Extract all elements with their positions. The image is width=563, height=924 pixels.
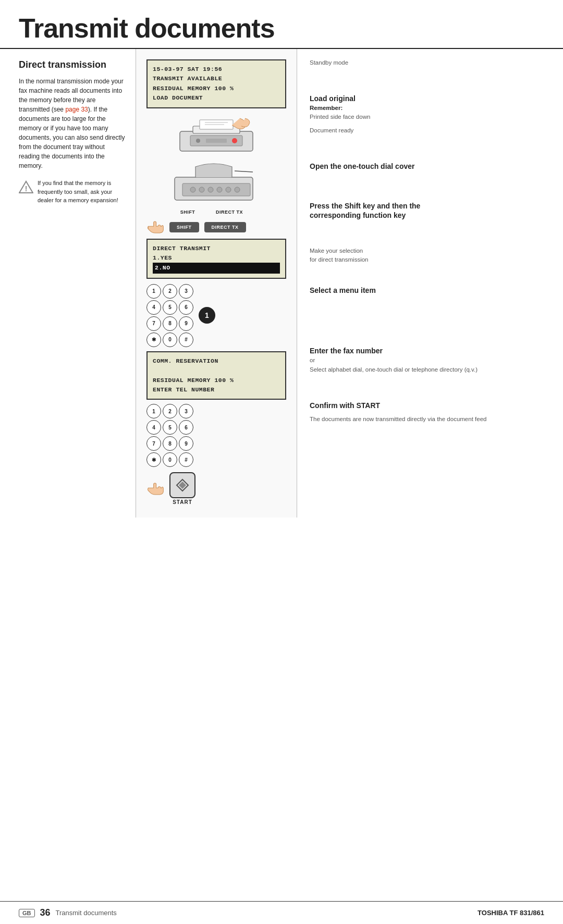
key-3[interactable]: 3 — [179, 284, 193, 299]
key-0[interactable]: 0 — [163, 332, 177, 347]
start-button[interactable] — [169, 472, 195, 498]
body-text: In the normal transmission mode your fax… — [19, 77, 125, 170]
load-document-illustration — [146, 116, 286, 156]
key-5[interactable]: 5 — [163, 300, 177, 315]
key2-7[interactable]: 7 — [146, 436, 161, 451]
comm-line4: ENTER TEL NUMBER — [153, 385, 280, 395]
shift-key-label: SHIFT — [169, 210, 206, 215]
step-press-shift-line1: Press the Shift key and then the — [310, 202, 550, 210]
start-icon — [176, 478, 189, 492]
key-8[interactable]: 8 — [163, 316, 177, 331]
svg-point-15 — [208, 187, 213, 192]
footer: GB 36 Transmit documents TOSHIBA TF 831/… — [0, 901, 563, 924]
key-star[interactable]: ✱ — [146, 332, 161, 347]
key-9[interactable]: 9 — [179, 316, 193, 331]
svg-point-8 — [196, 139, 200, 143]
keys-labels-row: SHIFT DIRECT TX — [169, 210, 286, 215]
function-keys-row: SHIFT DIRECT TX — [146, 220, 286, 235]
step-enter-fax-title: Enter the fax number — [310, 347, 550, 355]
dial-cover-svg — [164, 162, 268, 204]
step-load-title: Load original — [310, 94, 550, 103]
step-open-dial-title: Open the one-touch dial cover — [310, 162, 550, 170]
warning-box: ! If you find that the memory is frequen… — [19, 179, 125, 205]
svg-point-16 — [217, 187, 222, 192]
step-select-menu-title: Select a menu item — [310, 286, 550, 294]
key2-star[interactable]: ✱ — [146, 452, 161, 467]
step-transmitted: The documents are now transmitted direct… — [310, 415, 550, 424]
direct-tx-key-button[interactable]: DIRECT TX — [204, 222, 246, 232]
right-column: Standby mode Load original Remember: Pri… — [297, 49, 563, 518]
display-line4: LOAD DOCUMENT — [153, 93, 280, 103]
direct-transmit-screen: DIRECT TRANSMIT 1.YES 2.NO — [146, 239, 286, 279]
comm-line2 — [153, 366, 280, 375]
step-load-face-down: Printed side face down — [310, 113, 550, 121]
key2-6[interactable]: 6 — [179, 420, 193, 435]
numpad-area-2: 1 2 3 4 5 6 7 8 9 ✱ 0 # — [146, 404, 286, 467]
key-hash[interactable]: # — [179, 332, 193, 347]
shift-key-button[interactable]: SHIFT — [169, 222, 199, 232]
key2-4[interactable]: 4 — [146, 420, 161, 435]
display-line1: 15-03-97 SAT 19:56 — [153, 65, 280, 74]
svg-point-14 — [199, 187, 204, 192]
footer-brand: TOSHIBA TF 831/861 — [478, 909, 544, 917]
load-doc-svg — [164, 116, 268, 156]
country-badge: GB — [19, 909, 35, 917]
key2-2[interactable]: 2 — [163, 404, 177, 418]
center-column: 15-03-97 SAT 19:56 TRANSMIT AVAILABLE RE… — [136, 49, 297, 518]
key-4[interactable]: 4 — [146, 300, 161, 315]
hand-pointing-icon-2 — [146, 482, 164, 496]
display-line3: RESIDUAL MEMORY 100 % — [153, 84, 280, 93]
key2-5[interactable]: 5 — [163, 420, 177, 435]
step-enter-fax: Enter the fax number or Select alphabet … — [310, 347, 550, 374]
left-column: Direct transmission In the normal transm… — [0, 49, 136, 518]
comm-line1: COMM. RESERVATION — [153, 356, 280, 366]
comm-line3: RESIDUAL MEMORY 100 % — [153, 376, 280, 385]
key2-9[interactable]: 9 — [179, 436, 193, 451]
step-press-shift: Press the Shift key and then the corresp… — [310, 202, 550, 219]
numpad-area: 1 2 3 4 5 6 7 8 9 ✱ 0 # 1 — [146, 284, 286, 347]
key2-0[interactable]: 0 — [163, 452, 177, 467]
page-link[interactable]: page 33 — [65, 106, 88, 113]
svg-point-13 — [190, 187, 195, 192]
step-make-sel-line1: Make your selection — [310, 247, 550, 255]
start-area: START — [146, 472, 286, 505]
key2-3[interactable]: 3 — [179, 404, 193, 418]
step-load-original: Load original Remember: Printed side fac… — [310, 94, 550, 135]
svg-text:!: ! — [25, 184, 28, 193]
step-confirm-start: Confirm with START The documents are now… — [310, 401, 550, 424]
direct-tx-key-label: DIRECT TX — [211, 210, 248, 215]
warning-icon: ! — [19, 180, 33, 194]
start-label: START — [173, 499, 192, 505]
svg-rect-9 — [206, 139, 227, 143]
svg-point-17 — [226, 187, 231, 192]
key-2[interactable]: 2 — [163, 284, 177, 299]
svg-line-19 — [235, 171, 253, 172]
display-line2: TRANSMIT AVAILABLE — [153, 74, 280, 83]
comm-reservation-screen: COMM. RESERVATION RESIDUAL MEMORY 100 % … — [146, 351, 286, 400]
key2-8[interactable]: 8 — [163, 436, 177, 451]
step-press-shift-line2: corresponding function key — [310, 211, 550, 219]
step-standby: Standby mode — [310, 59, 550, 66]
selected-key-1[interactable]: 1 — [199, 307, 215, 324]
svg-point-10 — [232, 138, 237, 143]
step-make-selection: Make your selection for direct transmiss… — [310, 247, 550, 265]
numpad: 1 2 3 4 5 6 7 8 9 ✱ 0 # — [146, 284, 193, 347]
footer-section-title: Transmit documents — [56, 909, 117, 917]
step-open-dial-cover: Open the one-touch dial cover — [310, 162, 550, 170]
svg-point-18 — [235, 187, 240, 192]
key-7[interactable]: 7 — [146, 316, 161, 331]
section-title: Direct transmission — [19, 59, 125, 70]
step-select-menu: Select a menu item — [310, 286, 550, 294]
step-standby-label: Standby mode — [310, 59, 550, 66]
key2-hash[interactable]: # — [179, 452, 193, 467]
body-text-part2: ). If the documents are too large for th… — [19, 106, 125, 169]
step-enter-or: or — [310, 356, 550, 365]
step-load-remember: Remember: — [310, 104, 550, 113]
direct-transmit-item1: 1.YES — [153, 253, 280, 263]
key-1[interactable]: 1 — [146, 284, 161, 299]
page-number: 36 — [40, 907, 51, 918]
key-6[interactable]: 6 — [179, 300, 193, 315]
page-title: Transmit documents — [0, 0, 563, 49]
key2-1[interactable]: 1 — [146, 404, 161, 418]
step-enter-select-alpha: Select alphabet dial, one-touch dial or … — [310, 365, 550, 374]
